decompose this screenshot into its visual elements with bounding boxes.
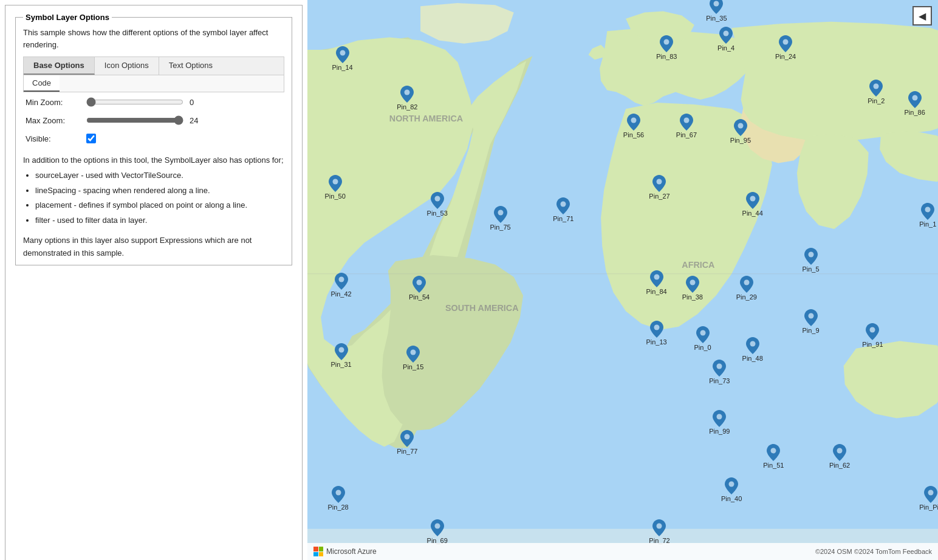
max-zoom-row: Max Zoom: 24 bbox=[26, 115, 282, 125]
pin-marker[interactable]: Pin_84 bbox=[646, 270, 666, 295]
pin-marker[interactable]: Pin_42 bbox=[330, 273, 351, 298]
pins-layer: Pin_35 Pin_14 Pin_82 Pin_83 bbox=[307, 0, 938, 560]
svg-point-27 bbox=[744, 280, 749, 285]
svg-point-19 bbox=[561, 201, 566, 207]
pin-label: Pin_56 bbox=[623, 131, 644, 138]
pin-icon bbox=[719, 27, 733, 44]
list-item-1: lineSpacing - spacing when rendered alon… bbox=[35, 185, 284, 197]
pin-marker[interactable]: Pin_91 bbox=[862, 323, 883, 348]
pin-label: Pin_28 bbox=[327, 504, 348, 511]
map-attribution: Microsoft Azure ©2024 OSM ©2024 TomTom F… bbox=[307, 543, 938, 560]
pin-icon bbox=[650, 270, 663, 287]
pin-marker[interactable]: Pin_75 bbox=[490, 206, 510, 231]
pin-marker[interactable]: Pin_27 bbox=[649, 175, 669, 200]
svg-point-14 bbox=[683, 117, 689, 123]
pin-marker[interactable]: Pin_4 bbox=[717, 27, 734, 52]
pin-marker[interactable]: Pin_13 bbox=[646, 321, 666, 346]
svg-point-5 bbox=[714, 1, 719, 6]
pin-marker[interactable]: Pin_53 bbox=[427, 192, 448, 217]
pin-icon bbox=[696, 326, 710, 343]
pin-marker[interactable]: Pin_0 bbox=[694, 326, 711, 351]
svg-point-36 bbox=[411, 350, 416, 355]
sub-tabs: Code bbox=[23, 75, 284, 92]
pin-marker[interactable]: Pin_31 bbox=[330, 343, 351, 368]
map-container[interactable]: NORTH AMERICA SOUTH AMERICA AFRICA Pin_3… bbox=[307, 0, 938, 560]
pin-label: Pin_24 bbox=[775, 53, 796, 60]
pin-label: Pin_13 bbox=[646, 338, 666, 346]
pin-marker[interactable]: Pin_73 bbox=[709, 360, 730, 384]
svg-point-13 bbox=[631, 117, 636, 123]
pin-marker[interactable]: Pin_50 bbox=[325, 175, 346, 200]
svg-point-39 bbox=[837, 448, 843, 453]
collapse-button[interactable]: ◀ bbox=[912, 6, 932, 26]
pin-marker[interactable]: Pin_44 bbox=[742, 192, 763, 217]
pin-label: Pin_53 bbox=[427, 210, 448, 217]
pin-label: Pin_91 bbox=[862, 341, 883, 348]
pin-icon bbox=[329, 175, 342, 192]
min-zoom-slider[interactable] bbox=[86, 97, 183, 107]
pin-marker[interactable]: Pin_99 bbox=[709, 410, 730, 435]
pin-icon bbox=[713, 410, 726, 427]
pin-marker[interactable]: Pin_67 bbox=[676, 114, 697, 138]
svg-point-30 bbox=[870, 327, 875, 333]
pin-marker[interactable]: Pin_51 bbox=[763, 444, 784, 469]
svg-point-21 bbox=[750, 196, 755, 201]
pin-marker[interactable]: Pin_77 bbox=[397, 430, 417, 455]
azure-logo-squares bbox=[313, 547, 323, 556]
sub-tab-code[interactable]: Code bbox=[24, 75, 60, 92]
info-footer: Many options in this layer also support … bbox=[23, 234, 284, 260]
pin-marker[interactable]: Pin_9 bbox=[802, 309, 819, 334]
pin-marker[interactable]: Pin_24 bbox=[775, 35, 796, 60]
visible-label: Visible: bbox=[26, 134, 80, 143]
pin-marker[interactable]: Pin_38 bbox=[682, 276, 703, 301]
svg-point-29 bbox=[808, 313, 813, 319]
pin-marker[interactable]: Pin_86 bbox=[905, 91, 925, 116]
max-zoom-slider[interactable] bbox=[86, 115, 183, 125]
pin-label: Pin_50 bbox=[325, 193, 346, 200]
pin-marker[interactable]: Pin_71 bbox=[553, 197, 573, 222]
pin-marker[interactable]: Pin_72 bbox=[649, 519, 669, 544]
tab-icon-options[interactable]: Icon Options bbox=[95, 57, 159, 75]
pin-marker[interactable]: Pin_95 bbox=[730, 119, 751, 144]
pin-marker[interactable]: Pin_5 bbox=[802, 248, 819, 273]
list-item-0: sourceLayer - used with VectorTileSource… bbox=[35, 169, 284, 182]
tab-text-options[interactable]: Text Options bbox=[159, 57, 222, 75]
pin-marker[interactable]: Pin_56 bbox=[623, 114, 644, 138]
svg-point-7 bbox=[405, 89, 410, 95]
svg-point-25 bbox=[654, 274, 659, 279]
pin-marker[interactable]: Pin_35 bbox=[706, 0, 727, 22]
pin-marker[interactable]: Pin_62 bbox=[829, 444, 850, 469]
pin-marker[interactable]: Pin_28 bbox=[327, 486, 348, 511]
pin-marker[interactable]: Pin_2 bbox=[868, 80, 885, 104]
pin-marker[interactable]: Pin_Pin bbox=[919, 486, 938, 511]
pin-label: Pin_82 bbox=[397, 103, 417, 111]
pin-icon bbox=[494, 206, 507, 223]
pin-icon bbox=[767, 444, 780, 461]
visible-checkbox[interactable] bbox=[86, 134, 96, 143]
pin-marker[interactable]: Pin_83 bbox=[656, 35, 677, 60]
pin-icon bbox=[650, 321, 663, 338]
pin-label: Pin_44 bbox=[742, 210, 763, 217]
pin-marker[interactable]: Pin_54 bbox=[409, 276, 430, 301]
pin-marker[interactable]: Pin_48 bbox=[742, 337, 763, 362]
pin-icon bbox=[746, 192, 759, 209]
pin-marker[interactable]: Pin_15 bbox=[403, 346, 423, 370]
pin-label: Pin_29 bbox=[736, 293, 757, 301]
attribution-text: ©2024 OSM ©2024 TomTom Feedback bbox=[815, 548, 932, 555]
pin-marker[interactable]: Pin_69 bbox=[427, 519, 448, 544]
pin-marker[interactable]: Pin_29 bbox=[736, 276, 757, 301]
max-zoom-label: Max Zoom: bbox=[26, 116, 80, 125]
pin-marker[interactable]: Pin_14 bbox=[332, 46, 352, 71]
pin-label: Pin_75 bbox=[490, 224, 510, 231]
max-zoom-value: 24 bbox=[190, 116, 204, 125]
pin-marker[interactable]: Pin_40 bbox=[721, 477, 742, 502]
logo-sq3 bbox=[313, 552, 318, 557]
pin-icon bbox=[652, 519, 666, 536]
pin-marker[interactable]: Pin_82 bbox=[397, 86, 417, 111]
tab-base-options[interactable]: Base Options bbox=[24, 57, 95, 75]
pin-icon bbox=[335, 343, 348, 360]
svg-point-38 bbox=[771, 448, 776, 453]
pin-label: Pin_84 bbox=[646, 288, 666, 295]
pin-marker[interactable]: Pin_1 bbox=[919, 203, 936, 228]
pin-icon bbox=[740, 276, 753, 293]
